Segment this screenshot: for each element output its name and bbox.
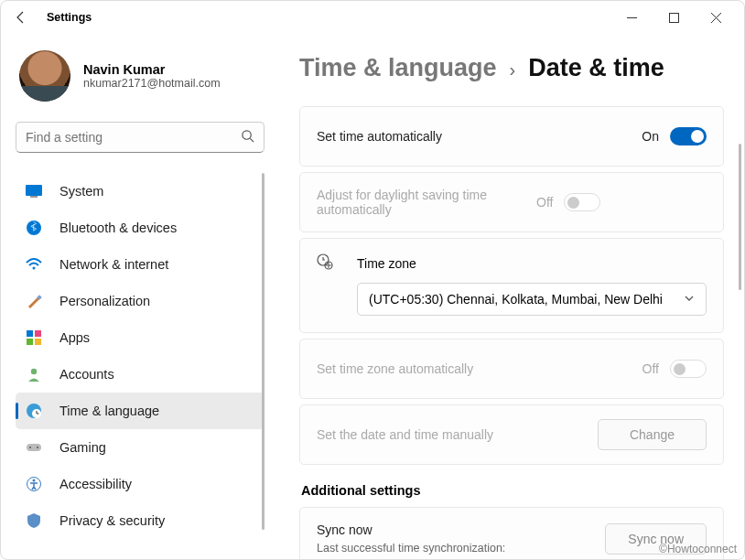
profile-block[interactable]: Navin Kumar nkumar2171@hotmail.com [16,50,265,102]
change-button: Change [598,419,707,450]
accessibility-icon [25,475,43,493]
watermark: ©Howtoconnect [659,543,737,555]
minimize-icon [627,13,637,23]
svg-rect-10 [35,330,41,337]
titlebar: Settings [1,1,744,34]
svg-point-13 [31,369,37,374]
svg-rect-5 [30,196,38,198]
profile-email: nkumar2171@hotmail.com [83,77,221,90]
close-button[interactable] [695,3,737,32]
sidebar-item-system[interactable]: System [16,173,265,210]
maximize-button[interactable] [653,3,695,32]
sidebar-scrollbar[interactable] [262,173,265,530]
profile-name: Navin Kumar [83,62,221,77]
svg-rect-16 [27,444,41,451]
additional-heading: Additional settings [301,483,724,498]
bluetooth-icon [25,219,43,237]
svg-line-3 [250,138,254,142]
svg-point-7 [33,267,36,270]
breadcrumb: Time & language › Date & time [299,54,724,82]
sidebar-item-network[interactable]: Network & internet [16,246,265,283]
sidebar: Navin Kumar nkumar2171@hotmail.com Syste… [1,34,275,560]
sidebar-item-gaming[interactable]: Gaming [16,429,265,466]
auto-time-toggle[interactable] [670,127,707,145]
minimize-button[interactable] [610,3,653,32]
auto-timezone-toggle [670,360,707,378]
sidebar-item-accessibility[interactable]: Accessibility [16,466,265,502]
arrow-left-icon [14,10,28,25]
gamepad-icon [25,438,43,457]
chevron-right-icon: › [510,59,516,81]
setting-dst: Adjust for daylight saving time automati… [300,173,723,232]
avatar [19,50,70,102]
svg-rect-9 [27,330,33,337]
timezone-icon [317,253,335,274]
svg-point-17 [29,447,31,448]
setting-auto-time: Set time automatically On [300,107,723,166]
svg-rect-12 [35,339,41,345]
svg-rect-1 [669,13,678,22]
setting-manual-time: Set the date and time manually Change [300,405,723,464]
window-title: Settings [47,11,610,24]
person-icon [25,365,43,383]
sidebar-item-personalization[interactable]: Personalization [16,283,265,319]
nav-list: System Bluetooth & devices Network & int… [16,173,265,530]
sidebar-item-accounts[interactable]: Accounts [16,356,265,393]
system-icon [25,182,43,200]
wifi-icon [25,255,43,274]
main-scrollbar[interactable] [739,144,741,290]
dst-toggle [564,193,600,211]
timezone-select[interactable]: (UTC+05:30) Chennai, Kolkata, Mumbai, Ne… [357,283,707,316]
apps-icon [25,328,43,347]
setting-timezone: Time zone (UTC+05:30) Chennai, Kolkata, … [300,239,723,332]
breadcrumb-parent[interactable]: Time & language [299,54,497,82]
close-icon [711,13,721,23]
search-icon [241,129,254,146]
brush-icon [25,292,43,310]
main-content: Time & language › Date & time Set time a… [275,34,744,560]
back-button[interactable] [8,5,34,30]
search-input[interactable] [26,130,241,145]
sidebar-item-apps[interactable]: Apps [16,319,265,356]
sidebar-item-bluetooth[interactable]: Bluetooth & devices [16,210,265,246]
globe-clock-icon [25,402,43,420]
svg-point-18 [37,447,38,448]
search-box[interactable] [16,122,265,153]
setting-auto-timezone: Set time zone automatically Off [300,339,723,398]
svg-rect-4 [26,185,42,196]
sidebar-item-privacy[interactable]: Privacy & security [16,502,265,530]
svg-point-2 [243,130,251,138]
sidebar-item-time[interactable]: Time & language [16,393,265,429]
shield-icon [25,512,43,530]
svg-rect-11 [27,339,33,345]
maximize-icon [669,13,679,23]
svg-point-20 [33,479,36,482]
chevron-down-icon [684,292,695,307]
breadcrumb-current: Date & time [528,54,664,82]
window-controls [610,3,737,32]
